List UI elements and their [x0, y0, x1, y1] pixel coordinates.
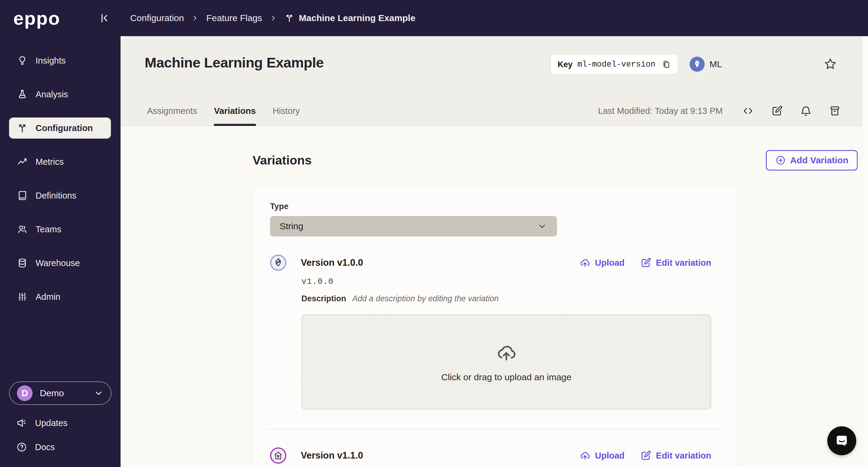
- variations-section-head: Variations Add Variation: [253, 150, 858, 170]
- owner-initials: ML: [710, 59, 722, 69]
- tab-bar: Assignments Variations History: [147, 106, 300, 126]
- variation-description: Description Add a description by editing…: [301, 294, 711, 303]
- sidebar-item-label: Docs: [35, 442, 55, 452]
- code-icon[interactable]: [742, 105, 754, 117]
- description-label: Description: [301, 294, 346, 303]
- flag-split-icon: [284, 13, 294, 23]
- sidebar-item-teams[interactable]: Teams: [9, 219, 111, 240]
- sidebar-item-analysis[interactable]: Analysis: [9, 84, 111, 105]
- type-select[interactable]: String: [270, 216, 557, 237]
- sidebar-item-warehouse[interactable]: Warehouse: [9, 252, 111, 274]
- description-placeholder: Add a description by editing the variati…: [352, 294, 499, 303]
- archive-icon[interactable]: [829, 105, 841, 117]
- sidebar-item-docs[interactable]: Docs: [9, 438, 112, 456]
- sidebar-item-configuration[interactable]: Configuration: [9, 118, 111, 138]
- variation-actions: Upload Edit variation: [579, 257, 711, 269]
- sidebar: Insights Analysis Configuration Metrics …: [0, 36, 121, 467]
- variation-title: Version v1.1.0: [301, 450, 363, 461]
- sidebar-item-metrics[interactable]: Metrics: [9, 151, 111, 172]
- cloud-upload-icon: [495, 341, 518, 364]
- chevron-down-icon: [93, 388, 104, 398]
- sidebar-collapse-button[interactable]: [98, 12, 110, 24]
- chat-launcher-button[interactable]: [827, 426, 856, 455]
- sidebar-item-label: Metrics: [36, 157, 64, 167]
- tab-variations[interactable]: Variations: [214, 106, 256, 126]
- top-bar: eppo Configuration Feature Flags Machine…: [0, 0, 868, 36]
- lightbulb-icon: [17, 55, 28, 66]
- sidebar-item-admin[interactable]: Admin: [9, 286, 111, 307]
- sidebar-item-label: Analysis: [36, 90, 68, 99]
- header-meta: Last Modified: Today at 9:13 PM: [598, 105, 841, 117]
- edit-variation-link[interactable]: Edit variation: [640, 257, 711, 269]
- page-body: Variations Add Variation Type String Ver…: [121, 126, 868, 466]
- favorite-star-icon[interactable]: [824, 57, 837, 71]
- edit-square-icon: [640, 257, 652, 269]
- image-upload-dropzone[interactable]: Click or drag to upload an image: [301, 314, 711, 409]
- account-name: Demo: [40, 388, 64, 398]
- sidebar-item-updates[interactable]: Updates: [9, 414, 112, 432]
- edit-variation-link[interactable]: Edit variation: [640, 450, 711, 461]
- main-content: Machine Learning Example Key ml-model-ve…: [121, 36, 868, 467]
- flask-icon: [17, 89, 28, 100]
- sidebar-item-label: Warehouse: [36, 258, 80, 268]
- sidebar-item-label: Teams: [36, 224, 61, 235]
- breadcrumb-feature-flags[interactable]: Feature Flags: [206, 13, 262, 23]
- account-switcher[interactable]: D Demo: [9, 381, 112, 405]
- sidebar-bottom: D Demo Updates Docs: [9, 381, 112, 456]
- sidebar-item-label: Insights: [36, 56, 66, 66]
- sidebar-item-label: Updates: [35, 418, 67, 428]
- tab-history[interactable]: History: [273, 106, 300, 126]
- variation-actions: Upload Edit variation: [579, 450, 711, 461]
- variation-head: Version v1.1.0 Upload Edit variation: [270, 447, 711, 464]
- megaphone-icon: [16, 417, 27, 429]
- chevron-right-icon: [191, 14, 199, 22]
- database-icon: [17, 258, 28, 269]
- variation-value: v1.0.0: [301, 277, 711, 286]
- copy-icon[interactable]: [661, 60, 671, 69]
- cloud-upload-icon: [579, 450, 591, 461]
- sidebar-item-definitions[interactable]: Definitions: [9, 185, 111, 206]
- breadcrumb-configuration[interactable]: Configuration: [130, 13, 184, 23]
- type-label: Type: [270, 202, 711, 211]
- sidebar-nav: Insights Analysis Configuration Metrics …: [9, 50, 111, 307]
- edit-square-icon: [640, 450, 652, 461]
- dropzone-text: Click or drag to upload an image: [441, 372, 571, 382]
- book-icon: [17, 190, 28, 201]
- people-icon: [17, 224, 28, 235]
- sidebar-item-insights[interactable]: Insights: [9, 50, 111, 71]
- breadcrumb: Configuration Feature Flags Machine Lear…: [130, 0, 415, 36]
- divider: [268, 429, 722, 429]
- key-label: Key: [558, 60, 572, 69]
- tab-assignments[interactable]: Assignments: [147, 106, 197, 126]
- sidebar-item-label: Admin: [36, 292, 60, 302]
- help-circle-icon: [16, 442, 27, 453]
- birdhouse-icon: [270, 447, 286, 464]
- owner-badge: ML: [689, 57, 722, 72]
- llama-avatar-icon: [689, 57, 705, 72]
- chart-line-icon: [17, 156, 28, 167]
- bell-icon[interactable]: [800, 105, 812, 117]
- scrollbar-track[interactable]: [863, 36, 868, 467]
- variations-heading: Variations: [253, 153, 312, 167]
- type-select-value: String: [280, 221, 303, 231]
- add-variation-button[interactable]: Add Variation: [766, 150, 858, 170]
- acorn-icon: [270, 255, 286, 271]
- key-value: ml-model-version: [578, 60, 655, 69]
- sliders-icon: [17, 291, 28, 302]
- upload-link[interactable]: Upload: [579, 257, 624, 269]
- chevron-down-icon: [537, 221, 547, 231]
- variations-card: Type String Version v1.0.0 Upload: [253, 186, 737, 467]
- breadcrumb-current-page: Machine Learning Example: [284, 13, 415, 23]
- sidebar-item-label: Definitions: [36, 191, 76, 201]
- edit-icon[interactable]: [771, 105, 783, 117]
- chevron-right-icon: [270, 14, 277, 22]
- page-title: Machine Learning Example: [145, 54, 324, 71]
- split-arrows-icon: [17, 123, 28, 133]
- collapse-icon: [98, 12, 110, 24]
- upload-link[interactable]: Upload: [579, 450, 624, 461]
- sidebar-item-label: Configuration: [36, 123, 93, 133]
- flag-key-chip: Key ml-model-version: [551, 55, 678, 74]
- variation-title: Version v1.0.0: [301, 257, 363, 268]
- plus-circle-icon: [775, 155, 786, 166]
- cloud-upload-icon: [579, 257, 591, 269]
